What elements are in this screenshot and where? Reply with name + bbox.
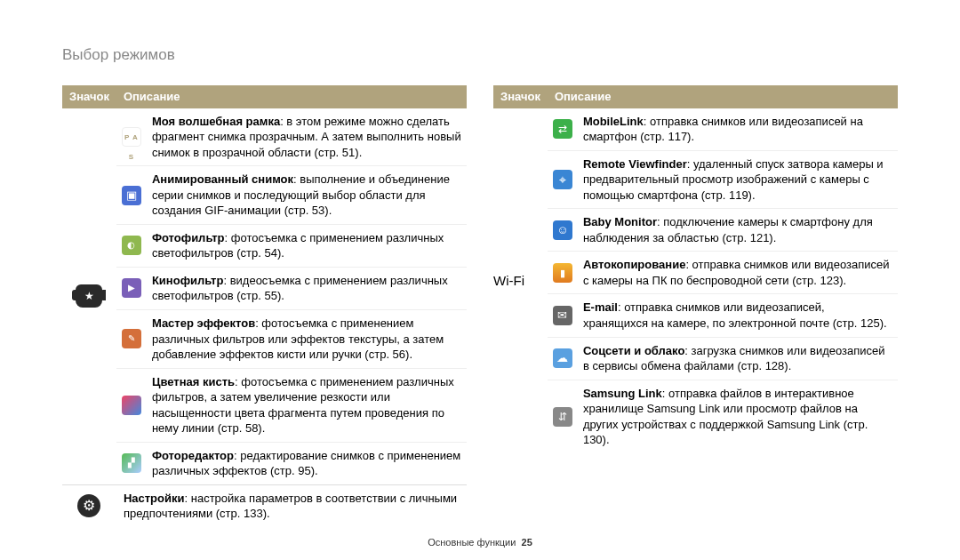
magic-subtable: P A S Моя волшебная рамка: в этом режиме…: [116, 108, 467, 484]
settings-title: Настройки: [124, 492, 185, 505]
col-header-desc-r: Описание: [548, 85, 898, 108]
row-magic-modes: P A S Моя волшебная рамка: в этом режиме…: [62, 108, 467, 485]
social-cloud-icon: [553, 348, 572, 368]
magic-mode-icon: [76, 284, 102, 308]
subrow-effects-master: Мастер эффектов: фотосъемка с применение…: [116, 310, 467, 369]
samsung-link-icon: [553, 407, 572, 427]
subrow-auto-backup: Автокопирование: отправка снимков или ви…: [548, 252, 898, 294]
subrow-email: E-mail: отправка снимков или видеозаписе…: [548, 294, 898, 337]
subrow-my-magic-frame: P A S Моя волшебная рамка: в этом режиме…: [116, 108, 467, 166]
col-header-icon: Значок: [62, 85, 116, 108]
settings-icon: [77, 494, 100, 517]
my-magic-frame-title: Моя волшебная рамка: [152, 115, 280, 128]
row-settings: Настройки: настройка параметров в соотве…: [62, 484, 467, 527]
movie-filter-icon: [122, 278, 141, 298]
page-footer: Основные функции 25: [0, 537, 960, 548]
email-icon: [553, 306, 572, 325]
subrow-baby-monitor: Baby Monitor: подключение камеры к смарт…: [548, 209, 898, 252]
subrow-animated-shot: Анимированный снимок: выполнение и объед…: [116, 166, 467, 225]
animated-shot-title: Анимированный снимок: [152, 172, 293, 186]
subrow-color-brush: Цветная кисть: фотосъемка с применением …: [116, 368, 467, 442]
photo-editor-icon: [122, 453, 141, 473]
page-title: Выбор режимов: [62, 46, 898, 64]
baby-monitor-icon: [553, 220, 572, 240]
content-columns: Значок Описание P A S Моя волшебная рамк…: [62, 85, 898, 527]
photo-editor-title: Фоторедактор: [152, 449, 234, 462]
wifi-label: Wi-Fi: [493, 108, 548, 453]
effects-master-title: Мастер эффектов: [152, 316, 255, 330]
right-column: Значок Описание Wi-Fi MobileLink: отправ…: [493, 85, 898, 527]
social-cloud-title: Соцсети и облако: [583, 344, 684, 357]
movie-filter-title: Кинофильтр: [152, 274, 224, 287]
color-brush-icon: [122, 396, 141, 415]
page: Выбор режимов Значок Описание: [0, 0, 960, 560]
mobilelink-icon: [553, 119, 572, 139]
footer-section-label: Основные функции: [428, 537, 516, 548]
effects-master-icon: [122, 329, 141, 348]
photo-filter-icon: [122, 236, 141, 255]
wifi-subtable: MobileLink: отправка снимков или видеоза…: [548, 108, 898, 453]
right-table: Значок Описание Wi-Fi MobileLink: отправ…: [493, 85, 898, 453]
subrow-mobilelink: MobileLink: отправка снимков или видеоза…: [548, 108, 898, 151]
col-header-desc: Описание: [116, 85, 467, 108]
subrow-photo-filter: Фотофильтр: фотосъемка с применением раз…: [116, 224, 467, 267]
subrow-social-cloud: Соцсети и облако: загрузка снимков или в…: [548, 337, 898, 380]
baby-monitor-title: Baby Monitor: [583, 215, 657, 228]
left-table: Значок Описание P A S Моя волшебная рамк…: [62, 85, 467, 527]
subrow-samsung-link: Samsung Link: отправка файлов в интеракт…: [548, 380, 898, 453]
subrow-photo-editor: Фоторедактор: редактирование снимков с п…: [116, 442, 467, 484]
color-brush-title: Цветная кисть: [152, 375, 235, 388]
auto-backup-icon: [553, 263, 572, 283]
samsung-link-title: Samsung Link: [583, 387, 662, 400]
footer-page-number: 25: [522, 537, 532, 548]
col-header-icon-r: Значок: [493, 85, 548, 108]
remote-viewfinder-title: Remote Viewfinder: [583, 157, 687, 171]
photo-filter-title: Фотофильтр: [152, 231, 225, 244]
animated-shot-icon: [122, 186, 141, 205]
remote-viewfinder-icon: [553, 170, 572, 189]
mobilelink-title: MobileLink: [583, 115, 644, 128]
row-wifi: Wi-Fi MobileLink: отправка снимков или в…: [493, 108, 898, 453]
left-column: Значок Описание P A S Моя волшебная рамк…: [62, 85, 467, 527]
pas-icon: P A S: [122, 127, 141, 147]
email-desc: : отправка снимков или видеозаписей, хра…: [583, 300, 887, 330]
auto-backup-title: Автокопирование: [583, 258, 685, 271]
email-title: E-mail: [583, 300, 618, 314]
subrow-remote-viewfinder: Remote Viewfinder: удаленный спуск затво…: [548, 150, 898, 209]
subrow-movie-filter: Кинофильтр: видеосъемка с применением ра…: [116, 267, 467, 309]
